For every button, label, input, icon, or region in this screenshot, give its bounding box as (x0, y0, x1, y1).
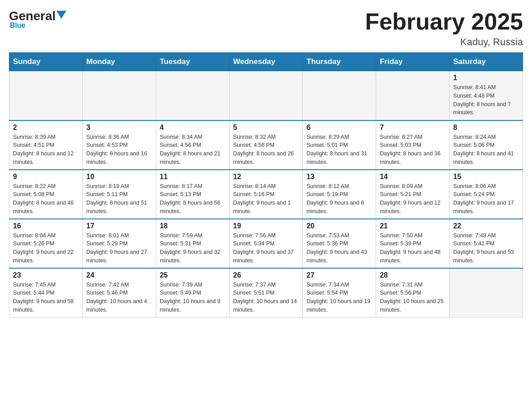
day-cell: 11Sunrise: 8:17 AM Sunset: 5:13 PM Dayli… (156, 170, 229, 219)
page-header: General Blue February 2025 Kaduy, Russia (9, 9, 523, 48)
day-info: Sunrise: 7:56 AM Sunset: 5:34 PM Dayligh… (233, 231, 299, 265)
day-info: Sunrise: 8:29 AM Sunset: 5:01 PM Dayligh… (306, 133, 372, 167)
day-cell: 28Sunrise: 7:31 AM Sunset: 5:56 PM Dayli… (376, 268, 450, 317)
day-info: Sunrise: 8:34 AM Sunset: 4:56 PM Dayligh… (160, 133, 226, 167)
day-info: Sunrise: 7:59 AM Sunset: 5:31 PM Dayligh… (160, 231, 226, 265)
day-cell: 19Sunrise: 7:56 AM Sunset: 5:34 PM Dayli… (229, 219, 303, 268)
day-cell: 22Sunrise: 7:48 AM Sunset: 5:41 PM Dayli… (450, 219, 523, 268)
day-info: Sunrise: 7:37 AM Sunset: 5:51 PM Dayligh… (233, 281, 299, 314)
day-number: 14 (380, 173, 446, 181)
day-cell: 13Sunrise: 8:12 AM Sunset: 5:19 PM Dayli… (303, 170, 376, 219)
day-cell: 27Sunrise: 7:34 AM Sunset: 5:54 PM Dayli… (303, 268, 376, 317)
day-info: Sunrise: 8:12 AM Sunset: 5:19 PM Dayligh… (306, 182, 372, 216)
day-cell: 23Sunrise: 7:45 AM Sunset: 5:44 PM Dayli… (9, 268, 83, 317)
day-cell: 8Sunrise: 8:24 AM Sunset: 5:06 PM Daylig… (450, 120, 523, 170)
day-cell: 15Sunrise: 8:06 AM Sunset: 5:24 PM Dayli… (450, 170, 523, 219)
day-info: Sunrise: 8:19 AM Sunset: 5:11 PM Dayligh… (86, 182, 152, 216)
day-info: Sunrise: 7:50 AM Sunset: 5:39 PM Dayligh… (380, 231, 446, 265)
logo-triangle-icon (56, 11, 66, 19)
day-cell: 16Sunrise: 8:04 AM Sunset: 5:26 PM Dayli… (9, 219, 83, 268)
day-info: Sunrise: 7:53 AM Sunset: 5:36 PM Dayligh… (306, 231, 372, 265)
day-info: Sunrise: 8:04 AM Sunset: 5:26 PM Dayligh… (13, 231, 79, 265)
logo-blue-text: Blue (9, 21, 26, 30)
day-number: 16 (13, 222, 79, 230)
day-cell: 2Sunrise: 8:39 AM Sunset: 4:51 PM Daylig… (9, 120, 83, 170)
day-info: Sunrise: 7:45 AM Sunset: 5:44 PM Dayligh… (13, 281, 79, 314)
day-info: Sunrise: 8:09 AM Sunset: 5:21 PM Dayligh… (380, 182, 446, 216)
day-number: 26 (233, 271, 299, 279)
day-info: Sunrise: 8:22 AM Sunset: 5:08 PM Dayligh… (13, 182, 79, 216)
day-info: Sunrise: 8:39 AM Sunset: 4:51 PM Dayligh… (13, 133, 79, 167)
day-number: 24 (86, 271, 152, 279)
week-row-1: 1Sunrise: 8:41 AM Sunset: 4:48 PM Daylig… (9, 71, 523, 120)
week-row-5: 23Sunrise: 7:45 AM Sunset: 5:44 PM Dayli… (9, 268, 523, 317)
day-cell: 21Sunrise: 7:50 AM Sunset: 5:39 PM Dayli… (376, 219, 450, 268)
day-info: Sunrise: 8:01 AM Sunset: 5:29 PM Dayligh… (86, 231, 152, 265)
header-sunday: Sunday (9, 53, 83, 71)
header-wednesday: Wednesday (229, 53, 303, 71)
day-cell: 6Sunrise: 8:29 AM Sunset: 5:01 PM Daylig… (303, 120, 376, 170)
day-cell: 9Sunrise: 8:22 AM Sunset: 5:08 PM Daylig… (9, 170, 83, 219)
day-cell: 14Sunrise: 8:09 AM Sunset: 5:21 PM Dayli… (376, 170, 450, 219)
day-cell (156, 71, 229, 120)
day-cell: 4Sunrise: 8:34 AM Sunset: 4:56 PM Daylig… (156, 120, 229, 170)
day-number: 9 (13, 173, 79, 181)
day-info: Sunrise: 7:48 AM Sunset: 5:41 PM Dayligh… (453, 231, 519, 265)
day-cell (229, 71, 303, 120)
day-info: Sunrise: 8:36 AM Sunset: 4:53 PM Dayligh… (86, 133, 152, 167)
day-number: 17 (86, 222, 152, 230)
day-cell: 26Sunrise: 7:37 AM Sunset: 5:51 PM Dayli… (229, 268, 303, 317)
day-number: 8 (453, 124, 519, 132)
day-number: 18 (160, 222, 226, 230)
day-number: 28 (380, 271, 446, 279)
day-number: 1 (453, 74, 519, 82)
day-cell: 12Sunrise: 8:14 AM Sunset: 5:16 PM Dayli… (229, 170, 303, 219)
header-tuesday: Tuesday (156, 53, 229, 71)
day-number: 12 (233, 173, 299, 181)
day-info: Sunrise: 8:06 AM Sunset: 5:24 PM Dayligh… (453, 182, 519, 216)
day-info: Sunrise: 8:17 AM Sunset: 5:13 PM Dayligh… (160, 182, 226, 216)
day-info: Sunrise: 8:27 AM Sunset: 5:03 PM Dayligh… (380, 133, 446, 167)
day-info: Sunrise: 8:41 AM Sunset: 4:48 PM Dayligh… (453, 83, 519, 117)
day-number: 10 (86, 173, 152, 181)
day-cell: 7Sunrise: 8:27 AM Sunset: 5:03 PM Daylig… (376, 120, 450, 170)
title-block: February 2025 Kaduy, Russia (365, 9, 523, 48)
day-cell: 25Sunrise: 7:39 AM Sunset: 5:49 PM Dayli… (156, 268, 229, 317)
day-number: 23 (13, 271, 79, 279)
day-number: 11 (160, 173, 226, 181)
calendar-header-row: SundayMondayTuesdayWednesdayThursdayFrid… (9, 53, 523, 71)
day-cell: 17Sunrise: 8:01 AM Sunset: 5:29 PM Dayli… (82, 219, 156, 268)
day-cell: 1Sunrise: 8:41 AM Sunset: 4:48 PM Daylig… (450, 71, 523, 120)
day-cell (303, 71, 376, 120)
day-number: 25 (160, 271, 226, 279)
day-info: Sunrise: 8:32 AM Sunset: 4:58 PM Dayligh… (233, 133, 299, 167)
week-row-2: 2Sunrise: 8:39 AM Sunset: 4:51 PM Daylig… (9, 120, 523, 170)
day-cell: 3Sunrise: 8:36 AM Sunset: 4:53 PM Daylig… (82, 120, 156, 170)
day-number: 2 (13, 124, 79, 132)
day-number: 15 (453, 173, 519, 181)
day-number: 22 (453, 222, 519, 230)
logo: General Blue (9, 9, 66, 30)
day-cell: 5Sunrise: 8:32 AM Sunset: 4:58 PM Daylig… (229, 120, 303, 170)
header-monday: Monday (82, 53, 156, 71)
day-cell (82, 71, 156, 120)
day-cell: 10Sunrise: 8:19 AM Sunset: 5:11 PM Dayli… (82, 170, 156, 219)
day-number: 3 (86, 124, 152, 132)
day-cell: 20Sunrise: 7:53 AM Sunset: 5:36 PM Dayli… (303, 219, 376, 268)
day-info: Sunrise: 7:31 AM Sunset: 5:56 PM Dayligh… (380, 281, 446, 314)
day-info: Sunrise: 8:14 AM Sunset: 5:16 PM Dayligh… (233, 182, 299, 216)
day-cell (450, 268, 523, 317)
day-number: 13 (306, 173, 372, 181)
day-cell (376, 71, 450, 120)
svg-marker-0 (56, 11, 66, 19)
calendar-table: SundayMondayTuesdayWednesdayThursdayFrid… (9, 52, 523, 317)
week-row-4: 16Sunrise: 8:04 AM Sunset: 5:26 PM Dayli… (9, 219, 523, 268)
day-number: 6 (306, 124, 372, 132)
day-number: 7 (380, 124, 446, 132)
day-info: Sunrise: 7:34 AM Sunset: 5:54 PM Dayligh… (306, 281, 372, 314)
header-thursday: Thursday (303, 53, 376, 71)
day-cell: 24Sunrise: 7:42 AM Sunset: 5:46 PM Dayli… (82, 268, 156, 317)
day-number: 21 (380, 222, 446, 230)
header-friday: Friday (376, 53, 450, 71)
day-number: 5 (233, 124, 299, 132)
